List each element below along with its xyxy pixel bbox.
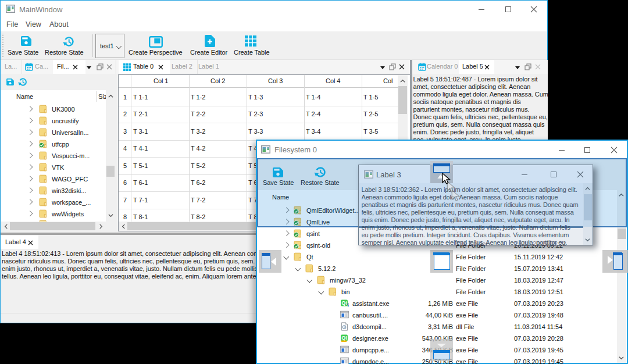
- svg-text:?: ?: [347, 302, 349, 308]
- svg-text:Qt: Qt: [342, 335, 348, 341]
